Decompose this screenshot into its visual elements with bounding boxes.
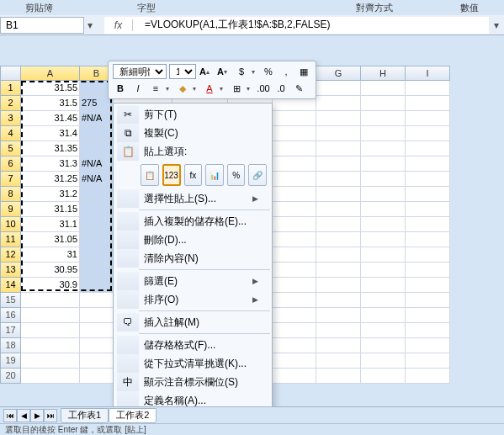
- cell-B10[interactable]: [80, 217, 114, 232]
- cell-H17[interactable]: [361, 323, 406, 338]
- cell-H16[interactable]: [361, 308, 406, 323]
- cell-H19[interactable]: [361, 353, 406, 369]
- cell-F6[interactable]: [273, 156, 316, 172]
- cell-G7[interactable]: [316, 172, 361, 187]
- cell-I10[interactable]: [406, 217, 450, 232]
- cell-I11[interactable]: [406, 232, 450, 247]
- font-color-icon[interactable]: A: [202, 81, 217, 96]
- cell-I8[interactable]: [406, 187, 450, 202]
- cell-H15[interactable]: [361, 293, 406, 308]
- fx-icon[interactable]: fx: [104, 19, 133, 31]
- cell-B16[interactable]: [80, 308, 114, 323]
- row-header-12[interactable]: 12: [0, 247, 21, 263]
- row-header-5[interactable]: 5: [0, 141, 21, 156]
- cell-F16[interactable]: [273, 308, 316, 323]
- cell-G4[interactable]: [316, 126, 361, 141]
- row-header-19[interactable]: 19: [0, 353, 21, 369]
- cell-A18[interactable]: [21, 338, 80, 353]
- italic-icon[interactable]: I: [130, 81, 146, 96]
- cell-A17[interactable]: [21, 323, 80, 338]
- cell-G15[interactable]: [316, 293, 361, 308]
- menu-sort[interactable]: 排序(O) ▶: [114, 290, 272, 309]
- row-header-7[interactable]: 7: [0, 172, 21, 187]
- menu-cut[interactable]: ✂ 剪下(T): [114, 105, 272, 124]
- currency-icon[interactable]: $: [234, 64, 249, 79]
- cell-H9[interactable]: [361, 202, 406, 217]
- cell-G18[interactable]: [316, 338, 361, 353]
- cell-G2[interactable]: [316, 96, 361, 111]
- font-family-select[interactable]: 新細明體: [113, 64, 167, 79]
- cell-I14[interactable]: [406, 278, 450, 293]
- cell-I7[interactable]: [406, 172, 450, 187]
- cell-H18[interactable]: [361, 338, 406, 353]
- cell-F9[interactable]: [273, 202, 316, 217]
- cell-G19[interactable]: [316, 353, 361, 369]
- tab-nav-next[interactable]: ▶: [30, 409, 44, 422]
- decrease-decimal-icon[interactable]: .0: [273, 81, 289, 96]
- col-header-H[interactable]: H: [361, 66, 406, 81]
- row-header-16[interactable]: 16: [0, 308, 21, 323]
- menu-phonetic[interactable]: 中 顯示注音標示欄位(S): [114, 373, 272, 391]
- cell-I18[interactable]: [406, 338, 450, 353]
- paste-option-3[interactable]: 📊: [205, 164, 224, 186]
- cell-H4[interactable]: [361, 126, 406, 141]
- border-icon[interactable]: ▦: [296, 64, 311, 79]
- cell-F20[interactable]: [273, 369, 316, 384]
- cell-B6[interactable]: #N/A: [80, 156, 114, 172]
- cell-H13[interactable]: [361, 263, 406, 278]
- cell-I4[interactable]: [406, 126, 450, 141]
- cell-A10[interactable]: 31.1: [21, 217, 80, 232]
- paste-option-1[interactable]: 123: [162, 164, 181, 186]
- cell-I19[interactable]: [406, 353, 450, 369]
- cell-I5[interactable]: [406, 141, 450, 156]
- cell-H12[interactable]: [361, 247, 406, 263]
- cell-H10[interactable]: [361, 217, 406, 232]
- cell-I6[interactable]: [406, 156, 450, 172]
- cell-F14[interactable]: [273, 278, 316, 293]
- percent-icon[interactable]: %: [261, 64, 276, 79]
- row-header-6[interactable]: 6: [0, 156, 21, 172]
- menu-clear[interactable]: 清除內容(N): [114, 249, 272, 268]
- menu-copy[interactable]: ⧉ 複製(C): [114, 124, 272, 142]
- cell-B12[interactable]: [80, 247, 114, 263]
- cell-H7[interactable]: [361, 172, 406, 187]
- menu-delete[interactable]: 刪除(D)...: [114, 231, 272, 249]
- cell-F12[interactable]: [273, 247, 316, 263]
- row-header-3[interactable]: 3: [0, 111, 21, 126]
- cell-A7[interactable]: 31.25: [21, 172, 80, 187]
- cell-A13[interactable]: 30.95: [21, 263, 80, 278]
- cell-A19[interactable]: [21, 353, 80, 369]
- cell-A2[interactable]: 31.5: [21, 96, 80, 111]
- cell-F4[interactable]: [273, 126, 316, 141]
- menu-filter[interactable]: 篩選(E) ▶: [114, 272, 272, 290]
- row-header-11[interactable]: 11: [0, 232, 21, 247]
- cell-H6[interactable]: [361, 156, 406, 172]
- cell-H3[interactable]: [361, 111, 406, 126]
- cell-A4[interactable]: 31.4: [21, 126, 80, 141]
- increase-decimal-icon[interactable]: .00: [256, 81, 271, 96]
- cell-B3[interactable]: #N/A: [80, 111, 114, 126]
- cell-A16[interactable]: [21, 308, 80, 323]
- cell-G17[interactable]: [316, 323, 361, 338]
- cell-B11[interactable]: [80, 232, 114, 247]
- cell-G16[interactable]: [316, 308, 361, 323]
- cell-A11[interactable]: 31.05: [21, 232, 80, 247]
- cell-B4[interactable]: [80, 126, 114, 141]
- row-header-10[interactable]: 10: [0, 217, 21, 232]
- cell-F15[interactable]: [273, 293, 316, 308]
- cell-I1[interactable]: [406, 81, 450, 96]
- cell-I2[interactable]: [406, 96, 450, 111]
- cell-I9[interactable]: [406, 202, 450, 217]
- cell-G20[interactable]: [316, 369, 361, 384]
- cell-H14[interactable]: [361, 278, 406, 293]
- cell-G12[interactable]: [316, 247, 361, 263]
- cell-B7[interactable]: #N/A: [80, 172, 114, 187]
- cell-H8[interactable]: [361, 187, 406, 202]
- cell-A5[interactable]: 31.35: [21, 141, 80, 156]
- cell-H11[interactable]: [361, 232, 406, 247]
- row-header-2[interactable]: 2: [0, 96, 21, 111]
- cell-G6[interactable]: [316, 156, 361, 172]
- cell-B13[interactable]: [80, 263, 114, 278]
- cell-A20[interactable]: [21, 369, 80, 384]
- cell-I20[interactable]: [406, 369, 450, 384]
